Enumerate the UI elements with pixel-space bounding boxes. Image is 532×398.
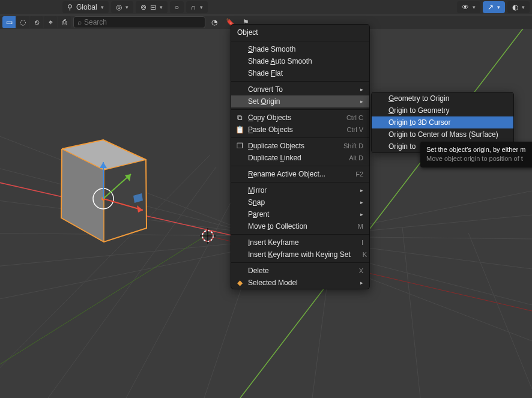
- chevron-down-icon: ▾: [497, 4, 500, 10]
- visibility-dropdown[interactable]: 👁 ▾: [457, 1, 480, 13]
- submenu-arrow-icon: ▸: [348, 98, 363, 104]
- menu-duplicate-linked[interactable]: Duplicate Linked Duplicate Linked Alt D: [231, 152, 369, 164]
- menu-shade-auto[interactable]: Shade Auto Smooth Shade Auto Smooth: [231, 55, 369, 67]
- globe-icon: ⚲: [67, 3, 73, 11]
- select-box-button[interactable]: ▭: [2, 16, 16, 28]
- chevron-down-icon: ▾: [160, 4, 163, 10]
- cursor-icon: ⌖: [49, 18, 53, 26]
- tooltip: Set the object's origin, by either m Mov…: [420, 142, 532, 167]
- submenu-arrow-icon: ▸: [348, 86, 363, 92]
- proportional-edit-dropdown[interactable]: ○: [170, 1, 184, 13]
- select-more-button[interactable]: ⎙: [58, 16, 71, 28]
- chevron-down-icon: ▾: [101, 4, 104, 10]
- 3d-cursor: [200, 228, 216, 244]
- menu-move-collection[interactable]: Move to Collection Move to Collection M: [231, 220, 369, 232]
- tooltip-title: Set the object's origin, by either m: [426, 145, 532, 154]
- submenu-arrow-icon: ▸: [348, 187, 363, 193]
- model-icon: ◆: [235, 279, 244, 287]
- select-circle-button[interactable]: ◌: [16, 16, 29, 28]
- svg-line-16: [0, 233, 210, 383]
- eye-icon: 👁: [462, 3, 469, 11]
- chevron-down-icon: ▾: [522, 4, 525, 10]
- gizmo-icon: ↗: [488, 3, 494, 11]
- select-mode-group: ▭ ◌ ⎋ ⌖ ⎙: [2, 16, 71, 28]
- menu-convert-to[interactable]: Convert To ▸: [231, 83, 369, 95]
- select-tweak-button[interactable]: ⌖: [44, 16, 57, 28]
- svg-line-6: [468, 233, 532, 389]
- print-icon: ⎙: [62, 18, 67, 26]
- falloff-dropdown[interactable]: ∩ ▾: [186, 1, 208, 13]
- falloff-icon: ∩: [191, 3, 196, 11]
- menu-duplicate[interactable]: ❐ Duplicate Objects Duplicate Objects Sh…: [231, 140, 369, 152]
- menu-shade-flat[interactable]: Shade Flat Shade Flat: [231, 67, 369, 79]
- submenu-origin-to-geometry[interactable]: Origin to Geometry Origin to Geometry: [372, 104, 513, 116]
- search-field[interactable]: ⌕: [73, 16, 205, 28]
- pivot-dropdown[interactable]: ◎ ▾: [111, 1, 133, 13]
- transform-orientation-dropdown[interactable]: ⚲ Global ▾: [62, 1, 109, 13]
- circle-icon: ◌: [20, 18, 26, 26]
- snap-dropdown[interactable]: ⊚ ⊟ ▾: [136, 1, 168, 13]
- gizmo-dropdown[interactable]: ↗ ▾: [483, 1, 505, 13]
- submenu-arrow-icon: ▸: [348, 199, 363, 205]
- chevron-down-icon: ▾: [125, 4, 128, 10]
- overlays-icon: ◐: [512, 3, 518, 11]
- overlays-dropdown[interactable]: ◐ ▾: [507, 1, 530, 13]
- menu-delete[interactable]: Delete X: [231, 265, 369, 277]
- copy-icon: ⧉: [235, 113, 244, 122]
- menu-parent[interactable]: Parent Parent ▸: [231, 208, 369, 220]
- menu-title: Object: [231, 25, 369, 39]
- tooltip-desc: Move object origin to position of t: [426, 154, 532, 163]
- menu-insert-keyframe[interactable]: Insert Keyframe Insert Keyframe I: [231, 237, 369, 249]
- object-context-menu: Object Shade Smooth Shade Smooth Shade A…: [231, 24, 370, 289]
- menu-mirror[interactable]: Mirror Mirror ▸: [231, 184, 369, 196]
- menu-insert-keyframe-set[interactable]: Insert Keyframe with Keying Set Insert K…: [231, 249, 369, 261]
- paste-icon: 📋: [235, 125, 244, 134]
- menu-rename[interactable]: Rename Active Object... Rename Active Ob…: [231, 168, 369, 180]
- prop-edit-icon: ○: [175, 3, 179, 11]
- filter-button[interactable]: ◔: [208, 16, 221, 28]
- menu-copy-objects[interactable]: ⧉ Copy Objects Copy Objects Ctrl C: [231, 112, 369, 124]
- funnel-icon: ◔: [211, 18, 217, 26]
- pivot-icon: ◎: [116, 3, 122, 11]
- transform-label: Global: [76, 3, 97, 11]
- box-icon: ▭: [6, 18, 13, 26]
- search-input[interactable]: [84, 18, 201, 26]
- menu-snap[interactable]: Snap Snap ▸: [231, 196, 369, 208]
- menu-paste-objects[interactable]: 📋 Paste Objects Paste Objects Ctrl V: [231, 124, 369, 136]
- menu-set-origin[interactable]: Set Origin Set Origin ▸: [231, 95, 369, 107]
- magnet-icon: ⊚: [141, 3, 147, 11]
- submenu-geometry-to-origin[interactable]: Geometry to Origin Geometry to Origin: [372, 92, 513, 104]
- duplicate-icon: ❐: [235, 142, 244, 150]
- submenu-arrow-icon: ▸: [348, 280, 363, 286]
- select-lasso-button[interactable]: ⎋: [30, 16, 43, 28]
- link-icon: ⎋: [35, 18, 39, 26]
- snap-mode-icon: ⊟: [150, 3, 156, 11]
- menu-selected-model[interactable]: ◆ Selected Model ▸: [231, 277, 369, 289]
- submenu-arrow-icon: ▸: [348, 211, 363, 217]
- search-icon: ⌕: [77, 18, 82, 26]
- chevron-down-icon: ▾: [473, 4, 476, 10]
- chevron-down-icon: ▾: [200, 4, 203, 10]
- submenu-origin-com-surface[interactable]: Origin to Center of Mass (Surface): [372, 128, 513, 140]
- submenu-origin-to-3d-cursor[interactable]: Origin to 3D Cursor Origin to 3D Cursor: [372, 116, 513, 128]
- menu-shade-smooth[interactable]: Shade Smooth Shade Smooth: [231, 43, 369, 55]
